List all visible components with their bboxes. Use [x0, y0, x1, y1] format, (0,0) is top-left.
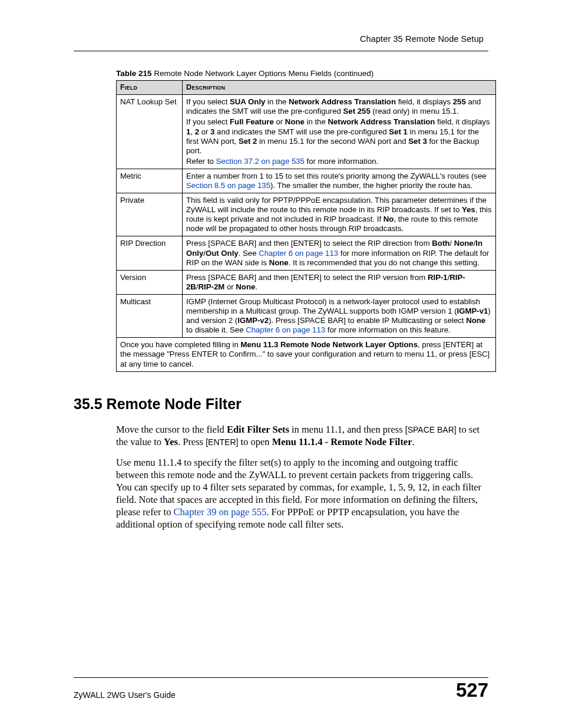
page-footer: ZyWALL 2WG User's Guide 527: [74, 677, 488, 700]
page-number: 527: [456, 680, 488, 700]
fields-table: Field Description NAT Lookup Set If you …: [116, 80, 496, 372]
footer-guide: ZyWALL 2WG User's Guide: [74, 690, 176, 700]
xref-link[interactable]: Section 37.2 on page 535: [216, 157, 305, 166]
xref-link[interactable]: Chapter 6 on page 113: [246, 325, 325, 334]
section-heading: 35.5 Remote Node Filter: [74, 396, 488, 413]
field-desc: If you select SUA Only in the Network Ad…: [183, 95, 496, 169]
table-label: Table 215: [116, 69, 152, 78]
field-name: Version: [117, 270, 183, 294]
body-paragraph: Use menu 11.1.4 to specify the filter se…: [116, 456, 488, 531]
field-name: RIP Direction: [117, 236, 183, 270]
running-header: Chapter 35 Remote Node Setup: [74, 34, 488, 51]
field-desc: IGMP (Internet Group Multicast Protocol)…: [183, 294, 496, 337]
th-desc: Description: [183, 81, 496, 95]
field-name: NAT Lookup Set: [117, 95, 183, 169]
th-field: Field: [117, 81, 183, 95]
field-name: Metric: [117, 169, 183, 193]
table-row: NAT Lookup Set If you select SUA Only in…: [117, 95, 496, 169]
table-row: Metric Enter a number from 1 to 15 to se…: [117, 169, 496, 193]
body-paragraph: Move the cursor to the field Edit Filter…: [116, 423, 488, 448]
table-footnote: Once you have completed filling in Menu …: [117, 338, 496, 371]
field-name: Multicast: [117, 294, 183, 337]
xref-link[interactable]: Chapter 6 on page 113: [259, 249, 338, 258]
xref-link[interactable]: Chapter 39 on page 555: [174, 506, 267, 518]
xref-link[interactable]: Section 8.5 on page 135: [186, 181, 270, 190]
field-desc: Press [SPACE BAR] and then [ENTER] to se…: [183, 236, 496, 270]
table-caption: Table 215 Remote Node Network Layer Opti…: [116, 69, 488, 78]
footnote-cell: Once you have completed filling in Menu …: [117, 338, 496, 371]
table-row: RIP Direction Press [SPACE BAR] and then…: [117, 236, 496, 270]
table-row: Multicast IGMP (Internet Group Multicast…: [117, 294, 496, 337]
field-desc: Enter a number from 1 to 15 to set this …: [183, 169, 496, 193]
field-desc: Press [SPACE BAR] and then [ENTER] to se…: [183, 270, 496, 294]
table-caption-text: Remote Node Network Layer Options Menu F…: [152, 69, 374, 78]
table-row: Private This field is valid only for PPT…: [117, 193, 496, 236]
table-row: Version Press [SPACE BAR] and then [ENTE…: [117, 270, 496, 294]
field-desc: This field is valid only for PPTP/PPPoE …: [183, 193, 496, 236]
field-name: Private: [117, 193, 183, 236]
